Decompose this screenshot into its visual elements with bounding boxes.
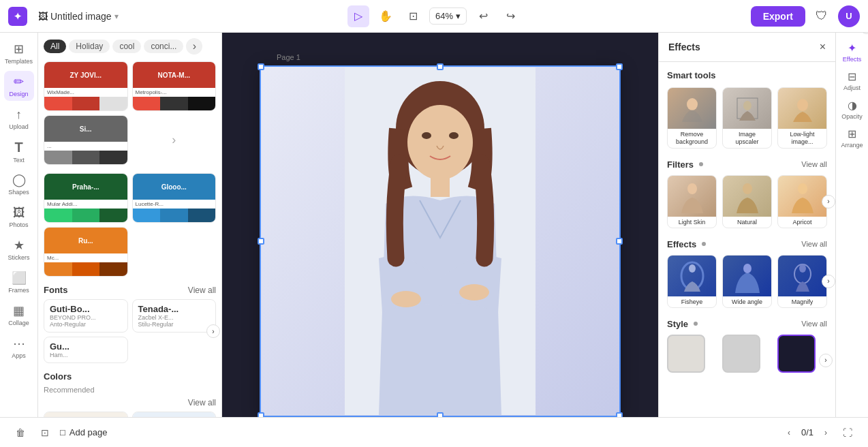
- natural-thumb: [723, 176, 771, 217]
- brand-card-5[interactable]: Glooo... Lucette-R...: [132, 173, 217, 223]
- sidebar-item-photos[interactable]: 🖼 Photos: [4, 202, 34, 232]
- brand-name-2: NOTA-M...: [157, 72, 190, 79]
- trash-button[interactable]: 🗑: [11, 423, 30, 442]
- user-avatar-button[interactable]: U: [838, 5, 860, 27]
- tool-image-upscaler[interactable]: Imageupscaler: [722, 87, 772, 149]
- effects-view-all[interactable]: View all: [801, 240, 827, 248]
- export-button[interactable]: Export: [751, 6, 805, 27]
- hand-tool-button[interactable]: ✋: [375, 5, 397, 27]
- right-panel-close-button[interactable]: ×: [820, 41, 826, 53]
- rs-item-adjust[interactable]: ⊟ Adjust: [839, 67, 866, 94]
- style-next-button[interactable]: ›: [819, 354, 833, 367]
- style-card-2[interactable]: [722, 335, 760, 373]
- palette-card-1[interactable]: Aa: [44, 412, 128, 417]
- sidebar-item-frames[interactable]: ⬜ Frames: [4, 267, 34, 297]
- prev-page-button[interactable]: ‹: [781, 425, 797, 441]
- tag-more-button[interactable]: ›: [186, 38, 202, 55]
- redo-button[interactable]: ↪: [499, 5, 521, 27]
- apricot-thumb: [778, 176, 826, 217]
- apricot-label: Apricot: [778, 217, 826, 228]
- tag-all[interactable]: All: [44, 40, 66, 53]
- brand-card-6[interactable]: Ru... Mc...: [44, 227, 128, 277]
- filters-view-all[interactable]: View all: [801, 160, 827, 168]
- undo-button[interactable]: ↩: [472, 5, 494, 27]
- font-next-button[interactable]: ›: [206, 324, 220, 338]
- brand-card-1[interactable]: ZY JOVI... WixMade...: [44, 61, 128, 111]
- colors-view-all[interactable]: View all: [188, 398, 216, 407]
- filter-natural[interactable]: Natural: [722, 175, 772, 228]
- filter-apricot[interactable]: Apricot: [777, 175, 827, 228]
- sidebar-item-upload[interactable]: ↑ Upload: [4, 104, 34, 134]
- app-logo[interactable]: ✦: [8, 7, 27, 26]
- topbar-center: ▷ ✋ ⊡ 64% ▾ ↩ ↪: [124, 5, 745, 27]
- brand-next-button[interactable]: ›: [132, 115, 217, 165]
- sidebar-item-apps[interactable]: ⋯ Apps: [4, 333, 34, 363]
- brand-sub-2: Metropolis-...: [133, 88, 216, 97]
- fonts-view-all[interactable]: View all: [188, 286, 216, 295]
- effect-fisheye[interactable]: Fisheye: [667, 255, 717, 308]
- font-card-3[interactable]: Gu... Ham...: [44, 337, 128, 363]
- brand-card-2[interactable]: NOTA-M... Metropolis-...: [132, 61, 217, 111]
- zoom-control[interactable]: 64% ▾: [429, 7, 467, 25]
- style-card-3[interactable]: [777, 335, 816, 373]
- fonts-section-header: Fonts View all: [44, 285, 216, 295]
- rs-item-opacity[interactable]: ◑ Opacity: [839, 95, 866, 123]
- tag-cool[interactable]: cool: [112, 40, 141, 53]
- tool-remove-bg[interactable]: Removebackground: [667, 87, 717, 149]
- sidebar-item-text[interactable]: T Text: [4, 136, 34, 166]
- brand-sub-4: Mular Addi...: [44, 200, 127, 209]
- rs-label-opacity: Opacity: [841, 113, 863, 120]
- svg-point-11: [743, 101, 751, 110]
- document-title[interactable]: Untitled image: [50, 11, 112, 22]
- rs-item-arrange[interactable]: ⊞ Arrange: [839, 124, 866, 151]
- rs-item-effects[interactable]: ✦ Effects: [839, 38, 866, 65]
- effects-next-button[interactable]: ›: [822, 275, 835, 288]
- page-view-button[interactable]: ⊡: [402, 5, 424, 27]
- sidebar-item-stickers[interactable]: ★ Stickers: [4, 234, 34, 264]
- svg-point-14: [743, 183, 752, 194]
- tool-low-light[interactable]: Low-lightimage...: [777, 87, 827, 149]
- tag-conci[interactable]: conci...: [144, 40, 183, 53]
- colors-section-header: Colors: [44, 371, 216, 382]
- font-card-2[interactable]: Tenada-... Zacbel X-E... Stilu-Regular: [132, 299, 217, 333]
- effect-magnify[interactable]: Magnify: [777, 255, 827, 308]
- style-card-1[interactable]: [667, 335, 705, 373]
- svg-point-7: [391, 291, 421, 307]
- fonts-title: Fonts: [44, 285, 67, 295]
- sidebar-item-shapes[interactable]: ◯ Shapes: [4, 169, 34, 199]
- filter-light-skin[interactable]: Light Skin: [667, 175, 717, 228]
- brand-grid-2: Praha-... Mular Addi... Glooo... Lucette…: [44, 173, 216, 277]
- canvas-frame[interactable]: ↻: [260, 65, 621, 417]
- fullscreen-button[interactable]: ⛶: [838, 423, 857, 442]
- effect-wide-angle[interactable]: Wide angle: [722, 255, 772, 308]
- style-view-all[interactable]: View all: [801, 320, 827, 328]
- upload-icon: ↑: [16, 108, 22, 122]
- sidebar-item-design[interactable]: ✏ Design: [4, 71, 34, 101]
- brand-card-4[interactable]: Praha-... Mular Addi...: [44, 173, 128, 223]
- svg-point-13: [687, 183, 697, 194]
- effects-icon: ✦: [848, 42, 856, 55]
- next-page-button[interactable]: ›: [818, 425, 834, 441]
- svg-point-15: [798, 183, 807, 194]
- color-palette-grid: Aa Aa A: [44, 412, 216, 417]
- brand-card-3[interactable]: Si... ...: [44, 115, 128, 165]
- sidebar-item-collage[interactable]: ▦ Collage: [4, 300, 34, 330]
- sidebar-icons: ⊞ Templates ✏ Design ↑ Upload T Text ◯ S…: [0, 33, 38, 417]
- filter-next-button[interactable]: ›: [822, 195, 835, 209]
- sidebar-item-templates[interactable]: ⊞ Templates: [4, 38, 34, 68]
- brand-name-6: Ru...: [78, 237, 93, 245]
- font-card-1[interactable]: Guti-Bo... BEYOND PRO... Anto-Regular: [44, 299, 128, 333]
- brand-grid: ZY JOVI... WixMade... NOTA-M... Metropol…: [44, 61, 216, 165]
- style-row: Style View all: [667, 319, 827, 329]
- palette-card-2[interactable]: Aa: [132, 412, 217, 417]
- tag-holiday[interactable]: Holiday: [69, 40, 110, 53]
- brand-name-5: Glooo...: [161, 183, 187, 191]
- add-page-button[interactable]: □ Add page: [60, 427, 108, 437]
- remove-bg-thumb: [668, 88, 716, 129]
- colors-title: Colors: [44, 371, 72, 382]
- select-tool-button[interactable]: ▷: [347, 5, 369, 27]
- effects-indicator: [702, 242, 706, 246]
- zoom-chevron-icon: ▾: [456, 11, 461, 21]
- duplicate-page-button[interactable]: ⊡: [35, 423, 55, 442]
- shield-button[interactable]: 🛡: [811, 5, 833, 27]
